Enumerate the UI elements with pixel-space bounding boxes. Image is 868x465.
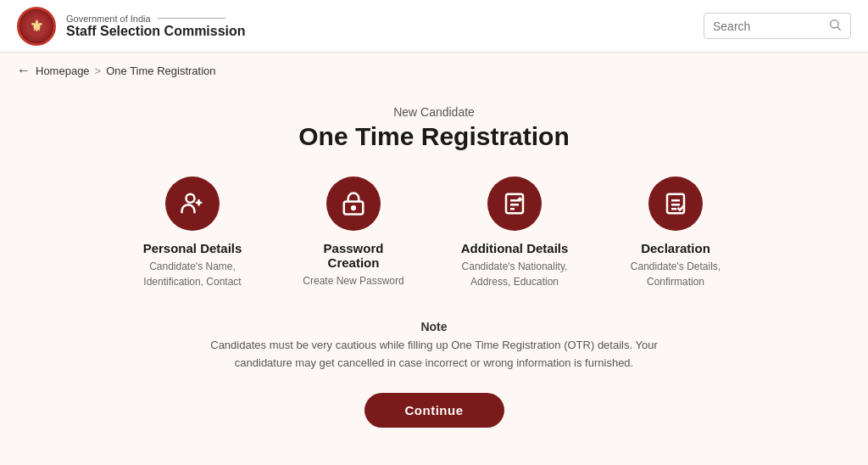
main-content: New Candidate One Time Registration Pers… [0, 88, 868, 445]
search-box[interactable] [704, 13, 851, 39]
step-password-creation: Password Creation Create New Password [298, 176, 409, 289]
step-declaration: Declaration Candidate's Details, Confirm… [620, 176, 731, 289]
page-title: One Time Registration [298, 122, 570, 151]
step-1-label: Personal Details [143, 241, 242, 255]
step-icon-declaration [648, 176, 703, 231]
header: ⚜ Government of India Staff Selection Co… [0, 0, 868, 53]
org-name: Staff Selection Commission [66, 24, 246, 39]
step-1-desc: Candidate's Name, Identification, Contac… [137, 259, 248, 289]
step-icon-password [326, 176, 381, 231]
step-3-desc: Candidate's Nationality, Address, Educat… [459, 259, 570, 289]
breadcrumb: ← Homepage > One Time Registration [0, 53, 868, 88]
step-personal-details: Personal Details Candidate's Name, Ident… [137, 176, 248, 289]
header-divider [158, 18, 225, 19]
step-4-desc: Candidate's Details, Confirmation [620, 259, 731, 289]
header-text: Government of India Staff Selection Comm… [66, 14, 246, 39]
continue-button[interactable]: Continue [364, 393, 504, 428]
page-subtitle: New Candidate [393, 105, 475, 119]
step-3-label: Additional Details [461, 241, 569, 255]
back-button[interactable]: ← [17, 63, 31, 78]
svg-point-0 [831, 20, 838, 28]
step-4-label: Declaration [641, 241, 710, 255]
svg-point-6 [352, 206, 355, 210]
step-2-label: Password Creation [298, 241, 409, 270]
note-section: Note Candidates must be very cautious wh… [188, 320, 680, 373]
step-2-desc: Create New Password [303, 273, 403, 289]
svg-line-1 [837, 27, 841, 31]
gov-india-label: Government of India [66, 14, 151, 24]
logo-emblem: ⚜ [17, 7, 56, 46]
note-title: Note [188, 320, 680, 333]
breadcrumb-separator: > [95, 64, 102, 77]
step-icon-additional [487, 176, 542, 231]
svg-point-2 [186, 194, 195, 203]
note-text: Candidates must be very cautious while f… [188, 337, 680, 373]
search-input[interactable] [713, 20, 823, 33]
breadcrumb-home[interactable]: Homepage [36, 64, 90, 77]
header-brand: ⚜ Government of India Staff Selection Co… [17, 7, 246, 46]
step-additional-details: Additional Details Candidate's Nationali… [459, 176, 570, 289]
step-icon-personal [165, 176, 220, 231]
search-icon [828, 18, 842, 34]
steps-container: Personal Details Candidate's Name, Ident… [137, 176, 731, 289]
breadcrumb-current: One Time Registration [106, 64, 215, 77]
